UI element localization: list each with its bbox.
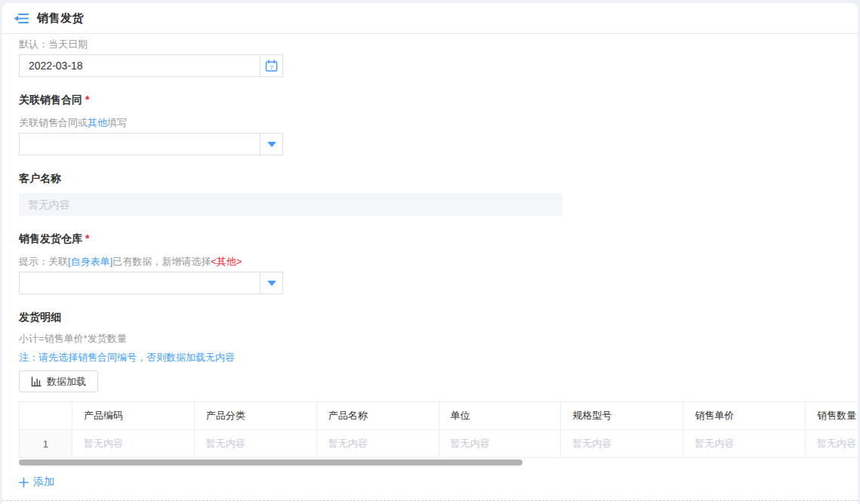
column-header: 规格型号 — [561, 402, 683, 430]
contract-section-title: 关联销售合同* — [19, 94, 858, 107]
column-header: 销售数量 — [806, 402, 858, 430]
column-header: 产品分类 — [194, 402, 316, 430]
table-cell[interactable]: 暂无内容 — [316, 430, 439, 458]
customer-name-input — [19, 193, 563, 216]
bar-chart-icon — [31, 376, 42, 387]
form-page-card: 销售发货 默认：当天日期 7 关联销售合同* 关联销售合同或其他填写 — [2, 3, 858, 504]
detail-table-container: 产品编码 产品分类 产品名称 单位 规格型号 销售单价 销售数量 1 暂无内容 … — [19, 401, 858, 458]
contract-hint-suffix: 填写 — [107, 117, 127, 128]
footer: 提交 — [2, 501, 858, 504]
warehouse-select-trigger[interactable] — [260, 272, 282, 293]
detail-formula-text: 小计=销售单价*发货数量 — [19, 332, 858, 346]
chevron-down-icon — [267, 142, 276, 147]
column-header: 产品名称 — [316, 402, 439, 430]
page-header: 销售发货 — [2, 3, 858, 34]
table-cell[interactable]: 暂无内容 — [72, 430, 194, 458]
contract-hint-link[interactable]: 其他 — [88, 117, 107, 128]
add-row-button[interactable]: 添加 — [19, 475, 54, 489]
table-header-row: 产品编码 产品分类 产品名称 单位 规格型号 销售单价 销售数量 — [20, 402, 858, 430]
warehouse-hint-danger: <其他> — [211, 256, 242, 267]
contract-hint-prefix: 关联销售合同或 — [19, 117, 88, 128]
data-load-button-label: 数据加载 — [47, 375, 86, 389]
contract-select[interactable] — [19, 133, 283, 155]
index-column-header — [20, 402, 72, 430]
date-field-label: 默认：当天日期 — [19, 38, 858, 51]
warehouse-section-title: 销售发货仓库* — [19, 232, 858, 246]
add-row-label: 添加 — [33, 475, 54, 489]
table-row: 1 暂无内容 暂无内容 暂无内容 暂无内容 暂无内容 暂无内容 暂无内容 — [20, 430, 858, 458]
data-load-button[interactable]: 数据加载 — [19, 370, 98, 392]
table-cell[interactable]: 暂无内容 — [683, 430, 806, 458]
horizontal-scrollbar — [19, 459, 858, 466]
required-asterisk: * — [85, 232, 89, 244]
warehouse-hint-p1: 提示：关联 — [19, 256, 68, 267]
warehouse-hint-link[interactable]: [自身表单] — [68, 256, 113, 267]
chevron-down-icon — [267, 281, 276, 286]
date-picker-trigger[interactable]: 7 — [260, 55, 282, 76]
contract-title-text: 关联销售合同 — [19, 94, 82, 106]
contract-select-value — [20, 134, 260, 155]
row-index: 1 — [20, 430, 72, 458]
svg-text:7: 7 — [270, 64, 273, 71]
warehouse-title-text: 销售发货仓库 — [19, 232, 82, 244]
detail-section-title: 发货明细 — [19, 311, 858, 324]
contract-hint: 关联销售合同或其他填写 — [19, 116, 858, 130]
customer-section-title: 客户名称 — [19, 172, 858, 186]
page-title: 销售发货 — [37, 11, 84, 26]
table-cell[interactable]: 暂无内容 — [806, 430, 858, 458]
table-cell[interactable]: 暂无内容 — [439, 430, 561, 458]
table-cell[interactable]: 暂无内容 — [194, 430, 316, 458]
warehouse-select[interactable] — [19, 272, 283, 294]
warehouse-hint: 提示：关联[自身表单]已有数据，新增请选择<其他> — [19, 255, 858, 269]
menu-fold-icon[interactable] — [14, 11, 29, 26]
date-input[interactable] — [20, 55, 260, 76]
contract-select-trigger[interactable] — [260, 134, 282, 155]
warehouse-select-value — [20, 272, 260, 293]
required-asterisk: * — [85, 94, 89, 106]
table-cell[interactable]: 暂无内容 — [561, 430, 683, 458]
scrollbar-thumb[interactable] — [19, 459, 522, 466]
warehouse-hint-p2: 已有数据，新增请选择 — [113, 256, 211, 267]
plus-icon — [19, 478, 29, 487]
detail-table: 产品编码 产品分类 产品名称 单位 规格型号 销售单价 销售数量 1 暂无内容 … — [19, 401, 858, 458]
date-input-group: 7 — [19, 54, 283, 77]
column-header: 销售单价 — [683, 402, 806, 430]
detail-note-text: 注：请先选择销售合同编号，否则数据加载无内容 — [19, 351, 858, 364]
column-header: 单位 — [439, 402, 561, 430]
column-header: 产品编码 — [72, 402, 194, 430]
calendar-icon: 7 — [265, 60, 278, 72]
